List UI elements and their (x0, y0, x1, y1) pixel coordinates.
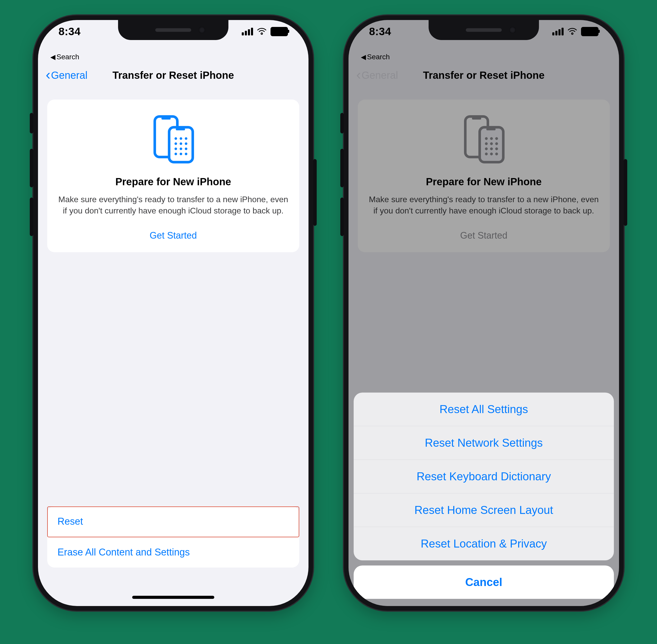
battery-icon (581, 27, 598, 36)
cellular-signal-icon (242, 28, 253, 36)
svg-point-15 (185, 153, 187, 155)
card-title: Prepare for New iPhone (58, 176, 289, 188)
status-time: 8:34 (369, 25, 391, 38)
nav-back-label: General (362, 70, 398, 81)
svg-point-14 (180, 153, 182, 155)
wifi-icon (257, 28, 267, 36)
svg-point-11 (180, 147, 182, 150)
home-indicator[interactable] (132, 596, 214, 599)
chevron-left-icon: ‹ (46, 68, 50, 82)
chevron-left-icon: ‹ (356, 68, 361, 82)
status-time: 8:34 (59, 25, 81, 38)
breadcrumb-back[interactable]: ◀ Search (50, 53, 79, 61)
two-phones-icon (150, 115, 196, 164)
breadcrumb-label: Search (56, 53, 79, 61)
svg-point-10 (175, 147, 177, 150)
chevron-left-icon: ◀ (50, 53, 55, 61)
svg-point-4 (175, 137, 177, 140)
svg-point-13 (175, 153, 177, 155)
nav-back-label: General (51, 70, 88, 81)
svg-point-6 (185, 137, 187, 140)
svg-point-5 (180, 137, 182, 140)
nav-back-button: ‹ General (356, 69, 398, 82)
sheet-reset-all[interactable]: Reset All Settings (354, 393, 614, 426)
svg-point-12 (185, 147, 187, 150)
breadcrumb-back[interactable]: ◀ Search (361, 53, 390, 61)
breadcrumb-label: Search (367, 53, 390, 61)
prepare-card: Prepare for New iPhone Make sure everyth… (47, 99, 299, 252)
svg-point-7 (175, 142, 177, 145)
card-body: Make sure everything's ready to transfer… (58, 194, 289, 216)
get-started-button[interactable]: Get Started (150, 230, 197, 241)
battery-icon (271, 27, 288, 36)
nav-back-button[interactable]: ‹ General (46, 69, 88, 82)
action-sheet: Reset All Settings Reset Network Setting… (354, 393, 614, 599)
chevron-left-icon: ◀ (361, 53, 366, 61)
sheet-cancel-button[interactable]: Cancel (354, 566, 614, 599)
sheet-reset-location[interactable]: Reset Location & Privacy (354, 527, 614, 560)
sheet-reset-keyboard[interactable]: Reset Keyboard Dictionary (354, 460, 614, 493)
phone-right: 8:34 ◀ Search ‹ General Transfer (344, 16, 624, 611)
svg-point-9 (185, 142, 187, 145)
phone-left: 8:34 ◀ Search ‹ General Transfer (33, 16, 313, 611)
svg-point-8 (180, 142, 182, 145)
wifi-icon (567, 28, 577, 36)
sheet-reset-network[interactable]: Reset Network Settings (354, 426, 614, 460)
sheet-reset-home[interactable]: Reset Home Screen Layout (354, 493, 614, 527)
cellular-signal-icon (552, 28, 564, 36)
